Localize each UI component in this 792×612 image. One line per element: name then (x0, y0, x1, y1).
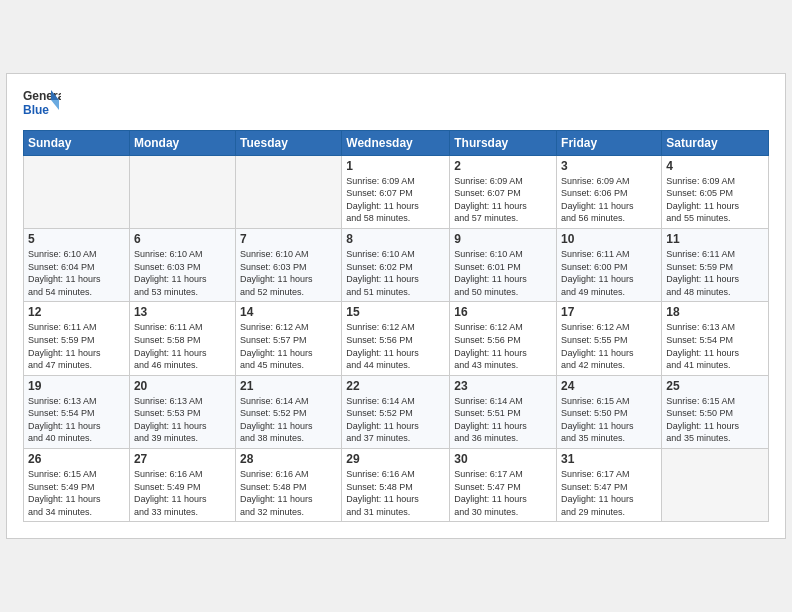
day-info: Sunrise: 6:16 AM Sunset: 5:48 PM Dayligh… (240, 468, 337, 518)
week-row-1: 1Sunrise: 6:09 AM Sunset: 6:07 PM Daylig… (24, 155, 769, 228)
day-cell: 22Sunrise: 6:14 AM Sunset: 5:52 PM Dayli… (342, 375, 450, 448)
day-info: Sunrise: 6:15 AM Sunset: 5:50 PM Dayligh… (666, 395, 764, 445)
week-row-5: 26Sunrise: 6:15 AM Sunset: 5:49 PM Dayli… (24, 449, 769, 522)
day-number: 30 (454, 452, 552, 466)
weekday-header-row: SundayMondayTuesdayWednesdayThursdayFrid… (24, 130, 769, 155)
day-number: 7 (240, 232, 337, 246)
day-number: 24 (561, 379, 657, 393)
day-info: Sunrise: 6:11 AM Sunset: 5:59 PM Dayligh… (28, 321, 125, 371)
day-number: 1 (346, 159, 445, 173)
week-row-2: 5Sunrise: 6:10 AM Sunset: 6:04 PM Daylig… (24, 228, 769, 301)
day-cell: 8Sunrise: 6:10 AM Sunset: 6:02 PM Daylig… (342, 228, 450, 301)
day-info: Sunrise: 6:12 AM Sunset: 5:56 PM Dayligh… (454, 321, 552, 371)
day-number: 14 (240, 305, 337, 319)
day-info: Sunrise: 6:12 AM Sunset: 5:57 PM Dayligh… (240, 321, 337, 371)
week-row-3: 12Sunrise: 6:11 AM Sunset: 5:59 PM Dayli… (24, 302, 769, 375)
day-info: Sunrise: 6:13 AM Sunset: 5:54 PM Dayligh… (666, 321, 764, 371)
day-cell: 9Sunrise: 6:10 AM Sunset: 6:01 PM Daylig… (450, 228, 557, 301)
day-cell: 1Sunrise: 6:09 AM Sunset: 6:07 PM Daylig… (342, 155, 450, 228)
weekday-header-tuesday: Tuesday (236, 130, 342, 155)
day-number: 19 (28, 379, 125, 393)
logo-icon: GeneralBlue (23, 86, 61, 122)
weekday-header-monday: Monday (129, 130, 235, 155)
weekday-header-saturday: Saturday (662, 130, 769, 155)
day-info: Sunrise: 6:10 AM Sunset: 6:02 PM Dayligh… (346, 248, 445, 298)
day-info: Sunrise: 6:14 AM Sunset: 5:52 PM Dayligh… (346, 395, 445, 445)
svg-marker-3 (51, 100, 59, 110)
day-info: Sunrise: 6:09 AM Sunset: 6:05 PM Dayligh… (666, 175, 764, 225)
day-info: Sunrise: 6:11 AM Sunset: 5:58 PM Dayligh… (134, 321, 231, 371)
day-number: 21 (240, 379, 337, 393)
svg-text:Blue: Blue (23, 103, 49, 117)
day-cell: 16Sunrise: 6:12 AM Sunset: 5:56 PM Dayli… (450, 302, 557, 375)
day-info: Sunrise: 6:17 AM Sunset: 5:47 PM Dayligh… (454, 468, 552, 518)
day-cell: 6Sunrise: 6:10 AM Sunset: 6:03 PM Daylig… (129, 228, 235, 301)
day-info: Sunrise: 6:15 AM Sunset: 5:49 PM Dayligh… (28, 468, 125, 518)
day-cell: 27Sunrise: 6:16 AM Sunset: 5:49 PM Dayli… (129, 449, 235, 522)
weekday-header-thursday: Thursday (450, 130, 557, 155)
calendar-grid: SundayMondayTuesdayWednesdayThursdayFrid… (23, 130, 769, 523)
day-info: Sunrise: 6:16 AM Sunset: 5:49 PM Dayligh… (134, 468, 231, 518)
weekday-header-wednesday: Wednesday (342, 130, 450, 155)
day-number: 5 (28, 232, 125, 246)
day-cell: 26Sunrise: 6:15 AM Sunset: 5:49 PM Dayli… (24, 449, 130, 522)
day-number: 6 (134, 232, 231, 246)
weekday-header-sunday: Sunday (24, 130, 130, 155)
day-number: 10 (561, 232, 657, 246)
day-number: 29 (346, 452, 445, 466)
day-info: Sunrise: 6:15 AM Sunset: 5:50 PM Dayligh… (561, 395, 657, 445)
day-number: 16 (454, 305, 552, 319)
day-number: 27 (134, 452, 231, 466)
day-number: 13 (134, 305, 231, 319)
day-cell (236, 155, 342, 228)
day-number: 28 (240, 452, 337, 466)
day-info: Sunrise: 6:09 AM Sunset: 6:07 PM Dayligh… (346, 175, 445, 225)
day-number: 22 (346, 379, 445, 393)
day-number: 8 (346, 232, 445, 246)
day-cell: 4Sunrise: 6:09 AM Sunset: 6:05 PM Daylig… (662, 155, 769, 228)
day-cell: 21Sunrise: 6:14 AM Sunset: 5:52 PM Dayli… (236, 375, 342, 448)
calendar-container: GeneralBlue SundayMondayTuesdayWednesday… (6, 73, 786, 540)
day-number: 17 (561, 305, 657, 319)
day-cell: 11Sunrise: 6:11 AM Sunset: 5:59 PM Dayli… (662, 228, 769, 301)
day-info: Sunrise: 6:14 AM Sunset: 5:52 PM Dayligh… (240, 395, 337, 445)
week-row-4: 19Sunrise: 6:13 AM Sunset: 5:54 PM Dayli… (24, 375, 769, 448)
day-cell: 23Sunrise: 6:14 AM Sunset: 5:51 PM Dayli… (450, 375, 557, 448)
day-cell: 10Sunrise: 6:11 AM Sunset: 6:00 PM Dayli… (557, 228, 662, 301)
day-number: 25 (666, 379, 764, 393)
day-cell: 18Sunrise: 6:13 AM Sunset: 5:54 PM Dayli… (662, 302, 769, 375)
day-cell: 3Sunrise: 6:09 AM Sunset: 6:06 PM Daylig… (557, 155, 662, 228)
day-number: 3 (561, 159, 657, 173)
day-cell: 7Sunrise: 6:10 AM Sunset: 6:03 PM Daylig… (236, 228, 342, 301)
day-cell: 28Sunrise: 6:16 AM Sunset: 5:48 PM Dayli… (236, 449, 342, 522)
day-number: 4 (666, 159, 764, 173)
day-cell: 17Sunrise: 6:12 AM Sunset: 5:55 PM Dayli… (557, 302, 662, 375)
day-cell: 31Sunrise: 6:17 AM Sunset: 5:47 PM Dayli… (557, 449, 662, 522)
day-number: 11 (666, 232, 764, 246)
day-number: 2 (454, 159, 552, 173)
day-number: 31 (561, 452, 657, 466)
day-number: 9 (454, 232, 552, 246)
day-info: Sunrise: 6:10 AM Sunset: 6:01 PM Dayligh… (454, 248, 552, 298)
day-cell: 24Sunrise: 6:15 AM Sunset: 5:50 PM Dayli… (557, 375, 662, 448)
day-number: 23 (454, 379, 552, 393)
day-cell: 2Sunrise: 6:09 AM Sunset: 6:07 PM Daylig… (450, 155, 557, 228)
day-cell: 19Sunrise: 6:13 AM Sunset: 5:54 PM Dayli… (24, 375, 130, 448)
day-info: Sunrise: 6:17 AM Sunset: 5:47 PM Dayligh… (561, 468, 657, 518)
day-info: Sunrise: 6:11 AM Sunset: 5:59 PM Dayligh… (666, 248, 764, 298)
day-cell (24, 155, 130, 228)
day-info: Sunrise: 6:10 AM Sunset: 6:04 PM Dayligh… (28, 248, 125, 298)
day-info: Sunrise: 6:09 AM Sunset: 6:07 PM Dayligh… (454, 175, 552, 225)
day-info: Sunrise: 6:12 AM Sunset: 5:56 PM Dayligh… (346, 321, 445, 371)
day-cell: 14Sunrise: 6:12 AM Sunset: 5:57 PM Dayli… (236, 302, 342, 375)
day-info: Sunrise: 6:13 AM Sunset: 5:53 PM Dayligh… (134, 395, 231, 445)
day-info: Sunrise: 6:14 AM Sunset: 5:51 PM Dayligh… (454, 395, 552, 445)
day-cell: 29Sunrise: 6:16 AM Sunset: 5:48 PM Dayli… (342, 449, 450, 522)
day-number: 12 (28, 305, 125, 319)
day-info: Sunrise: 6:13 AM Sunset: 5:54 PM Dayligh… (28, 395, 125, 445)
header: GeneralBlue (23, 86, 769, 122)
day-cell: 13Sunrise: 6:11 AM Sunset: 5:58 PM Dayli… (129, 302, 235, 375)
day-cell: 25Sunrise: 6:15 AM Sunset: 5:50 PM Dayli… (662, 375, 769, 448)
day-info: Sunrise: 6:16 AM Sunset: 5:48 PM Dayligh… (346, 468, 445, 518)
day-cell (129, 155, 235, 228)
